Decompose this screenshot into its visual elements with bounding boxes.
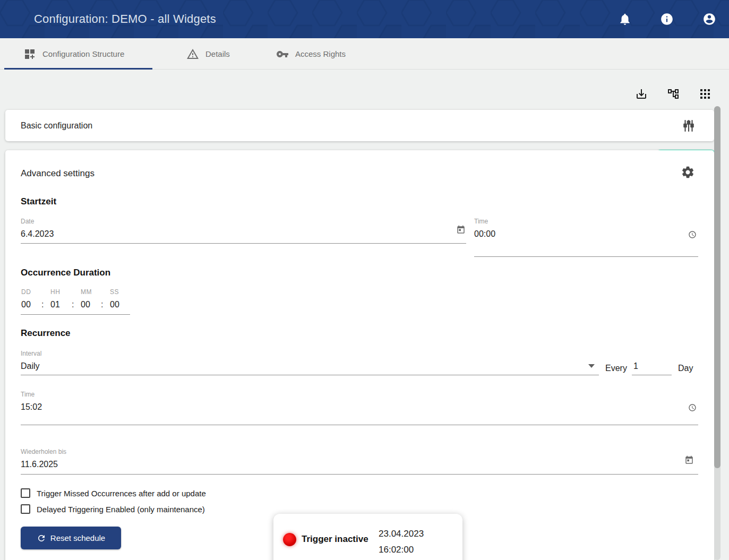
warning-icon [186,48,199,61]
checkbox-label: Delayed Triggering Enabled (only mainten… [37,505,205,514]
repeat-until-label: Wiederholen bis [21,448,66,455]
clock-icon[interactable] [688,230,697,239]
every-unit-label: Day [678,364,693,373]
trigger-status-popup: Trigger inactive 23.04.2023 16:02:00 [273,514,462,560]
basic-configuration-title: Basic configuration [21,110,92,141]
tab-label: Configuration Structure [42,49,124,58]
account-icon[interactable] [702,12,716,26]
duration-hh-input[interactable] [50,300,66,309]
start-date-input[interactable] [21,229,435,239]
every-label: Every [605,364,627,373]
widgets-icon [23,48,36,61]
reset-schedule-label: Reset schedule [50,533,105,542]
duration-dd-input[interactable] [21,300,37,309]
vertical-scrollbar-thumb[interactable] [714,106,721,468]
duration-ss-label: SS [110,288,119,296]
tab-access-rights[interactable]: Access Rights [276,38,346,70]
start-time-input[interactable] [474,229,671,239]
status-datetime: 23.04.2023 16:02:00 [379,526,424,558]
duration-separator: : [72,300,74,309]
tab-configuration-structure[interactable]: Configuration Structure [23,38,124,70]
basic-configuration-card[interactable]: Basic configuration [5,110,714,141]
calendar-icon[interactable] [684,455,694,465]
duration-hh-label: HH [50,288,60,296]
recurrence-time-input[interactable] [21,402,552,412]
checkbox-delayed-triggering[interactable]: Delayed Triggering Enabled (only mainten… [21,504,205,514]
startzeit-heading: Startzeit [21,196,56,207]
date-label: Date [21,218,34,225]
interval-underline [21,375,599,375]
interval-dropdown-arrow-icon[interactable] [588,364,595,368]
key-icon [276,48,289,61]
vertical-scrollbar-track[interactable] [714,106,721,560]
checkbox-box[interactable] [21,504,30,514]
interval-label: Interval [21,350,41,357]
duration-separator: : [41,300,44,309]
status-label: Trigger inactive [302,534,368,545]
calendar-icon[interactable] [456,225,466,235]
advanced-settings-card: Advanced settings Startzeit Date Time Oc… [5,150,714,560]
refresh-icon [37,533,46,543]
tune-sliders-icon[interactable] [682,119,696,133]
checkbox-box[interactable] [21,488,30,498]
checkbox-trigger-missed[interactable]: Trigger Missed Occurrences after add or … [21,488,206,498]
every-underline [632,375,672,375]
app-title: Configuration: DEMO - all Widgets [34,0,216,38]
checkbox-label: Trigger Missed Occurrences after add or … [37,489,206,498]
tab-label: Access Rights [295,49,346,58]
advanced-settings-title: Advanced settings [21,168,95,179]
repeat-until-input[interactable] [21,460,552,469]
occurrence-duration-heading: Occurrence Duration [21,268,110,278]
info-icon[interactable] [660,12,674,26]
repeat-until-underline [21,474,698,475]
duration-separator: : [101,300,103,309]
tab-details[interactable]: Details [186,38,230,70]
page-toolbar: DEMO - all Widgets - Timebased Trigger: … [0,70,729,110]
tab-label: Details [205,49,230,58]
duration-mm-label: MM [81,288,92,296]
status-inactive-icon [283,533,296,546]
status-time: 16:02:00 [379,542,424,558]
start-time-label: Time [474,218,488,225]
start-date-underline [21,243,466,244]
reset-schedule-button[interactable]: Reset schedule [21,527,121,549]
notifications-bell-icon[interactable] [618,12,632,26]
every-input[interactable] [633,361,671,371]
duration-mm-input[interactable] [81,300,97,309]
duration-dd-label: DD [21,288,31,296]
tab-bar: Configuration Structure Details Access R… [0,38,729,70]
start-time-underline [474,256,698,257]
recurrence-time-underline [21,425,698,425]
interval-select[interactable]: Daily [21,361,552,371]
status-date: 23.04.2023 [379,526,424,542]
clock-icon[interactable] [688,403,697,412]
recurrence-time-label: Time [21,391,35,398]
app-header: Configuration: DEMO - all Widgets [0,0,729,38]
recurrence-heading: Recurrence [21,328,71,339]
gear-icon[interactable] [681,165,695,179]
duration-underline [21,314,130,315]
duration-ss-input[interactable] [110,300,126,309]
